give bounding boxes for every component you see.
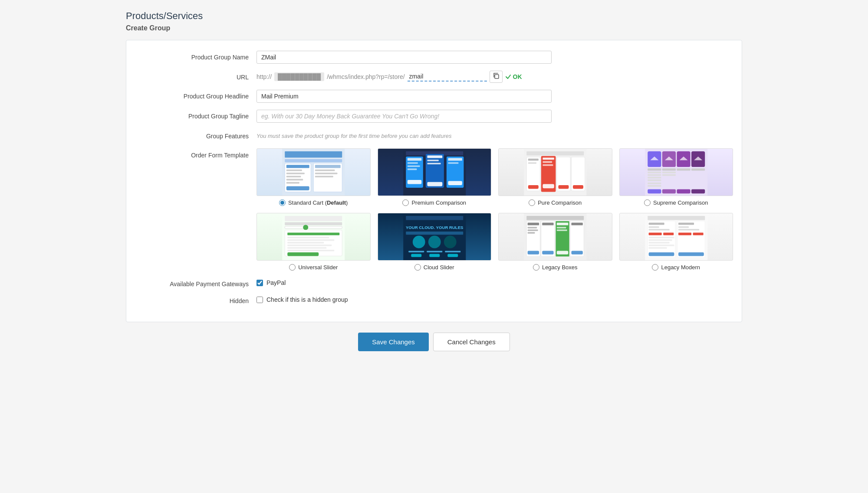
tagline-input[interactable] [256, 110, 552, 123]
svg-rect-126 [648, 229, 669, 231]
svg-rect-140 [678, 252, 704, 256]
group-features-text: You must save the product group for the … [256, 130, 733, 139]
template-thumb-universal[interactable] [256, 213, 371, 261]
svg-rect-26 [407, 180, 421, 184]
page-title: Products/Services [126, 10, 742, 22]
svg-point-94 [444, 236, 456, 248]
svg-rect-7 [286, 170, 302, 171]
template-radio-supreme[interactable] [644, 199, 651, 206]
template-thumb-premium[interactable] [378, 148, 492, 196]
template-item-premium: Premium Comparison [378, 148, 492, 206]
svg-rect-9 [286, 176, 301, 177]
template-radio-premium[interactable] [402, 199, 409, 206]
template-label-standard[interactable]: Standard Cart (Default) [279, 199, 348, 206]
template-label-pure[interactable]: Pure Comparison [529, 199, 582, 206]
svg-rect-25 [407, 169, 417, 170]
svg-rect-128 [663, 232, 674, 235]
template-label-premium[interactable]: Premium Comparison [402, 199, 466, 206]
template-thumb-cloud[interactable]: YOUR CLOUD. YOUR RULES [378, 213, 492, 261]
svg-rect-22 [407, 158, 421, 161]
svg-rect-62 [648, 180, 661, 181]
templates-grid: Standard Cart (Default) [256, 148, 733, 271]
svg-rect-35 [526, 151, 584, 156]
svg-rect-102 [526, 216, 584, 220]
svg-rect-48 [573, 185, 583, 189]
svg-rect-91 [406, 232, 463, 235]
svg-rect-100 [447, 254, 458, 257]
svg-rect-42 [542, 157, 554, 160]
template-radio-cloud[interactable] [414, 264, 421, 271]
svg-rect-129 [648, 237, 674, 238]
svg-rect-40 [528, 159, 539, 161]
svg-rect-71 [677, 189, 690, 194]
svg-rect-99 [429, 254, 440, 257]
svg-rect-15 [315, 173, 338, 174]
product-group-name-input[interactable] [256, 51, 552, 64]
svg-rect-111 [528, 251, 539, 254]
svg-rect-84 [287, 245, 332, 246]
url-ok-status: OK [505, 73, 522, 80]
svg-rect-65 [648, 189, 661, 194]
template-radio-standard[interactable] [279, 199, 286, 206]
svg-rect-133 [648, 247, 667, 249]
headline-row: Product Group Headline [135, 90, 733, 103]
template-label-legacy-boxes[interactable]: Legacy Boxes [533, 264, 578, 271]
hidden-checkbox[interactable] [256, 297, 263, 303]
template-label-legacy-modern[interactable]: Legacy Modern [652, 264, 700, 271]
svg-rect-16 [315, 176, 333, 177]
url-copy-button[interactable] [490, 71, 503, 83]
svg-rect-110 [528, 232, 535, 234]
bottom-bar: Save Changes Cancel Changes [126, 333, 742, 351]
template-label-cloud[interactable]: Cloud Slider [414, 264, 454, 271]
svg-rect-61 [648, 177, 661, 179]
url-control: http:// ██████████ /whmcs/index.php?rp=/… [256, 71, 733, 83]
svg-rect-118 [571, 223, 582, 225]
template-item-standard: Standard Cart (Default) [256, 148, 371, 206]
url-slug-input[interactable] [408, 72, 487, 82]
svg-rect-72 [691, 169, 705, 171]
svg-rect-134 [648, 252, 674, 256]
template-label-universal[interactable]: Universal Slider [289, 264, 338, 271]
template-radio-legacy-modern[interactable] [652, 264, 658, 271]
paypal-label: PayPal [266, 279, 286, 286]
svg-rect-10 [286, 179, 303, 181]
svg-rect-115 [557, 227, 566, 229]
svg-rect-83 [287, 242, 324, 244]
save-changes-button[interactable]: Save Changes [358, 333, 428, 351]
hidden-label: Hidden [135, 294, 256, 304]
template-label-supreme[interactable]: Supreme Comparison [644, 199, 708, 206]
svg-rect-132 [648, 245, 674, 246]
svg-rect-112 [542, 223, 553, 225]
svg-rect-119 [571, 251, 582, 254]
paypal-checkbox[interactable] [256, 280, 263, 286]
tagline-label: Product Group Tagline [135, 110, 256, 120]
template-radio-universal[interactable] [289, 264, 296, 271]
svg-rect-138 [678, 232, 691, 235]
svg-point-92 [412, 236, 425, 248]
svg-rect-116 [557, 229, 567, 231]
group-features-control: You must save the product group for the … [256, 130, 733, 139]
svg-rect-70 [677, 169, 690, 171]
svg-rect-81 [287, 237, 329, 238]
svg-rect-80 [287, 232, 339, 235]
product-group-name-control [256, 51, 733, 64]
template-thumb-standard[interactable] [256, 148, 371, 196]
order-form-label: Order Form Template [135, 147, 256, 159]
svg-rect-47 [558, 185, 569, 189]
order-form-control: Standard Cart (Default) [256, 147, 733, 271]
group-features-row: Group Features You must save the product… [135, 130, 733, 140]
svg-rect-124 [648, 223, 664, 225]
order-form-row: Order Form Template [135, 147, 733, 271]
template-thumb-legacy-boxes[interactable] [498, 213, 612, 261]
headline-input[interactable] [256, 90, 552, 103]
cancel-changes-button[interactable]: Cancel Changes [433, 333, 510, 351]
template-thumb-supreme[interactable] [619, 148, 733, 196]
template-thumb-legacy-modern[interactable] [619, 213, 733, 261]
template-thumb-pure[interactable] [498, 148, 612, 196]
svg-rect-114 [557, 223, 568, 225]
svg-rect-95 [408, 251, 424, 252]
url-label: URL [135, 71, 256, 81]
template-radio-legacy-boxes[interactable] [533, 264, 539, 271]
svg-rect-97 [445, 251, 460, 252]
template-radio-pure[interactable] [529, 199, 535, 206]
